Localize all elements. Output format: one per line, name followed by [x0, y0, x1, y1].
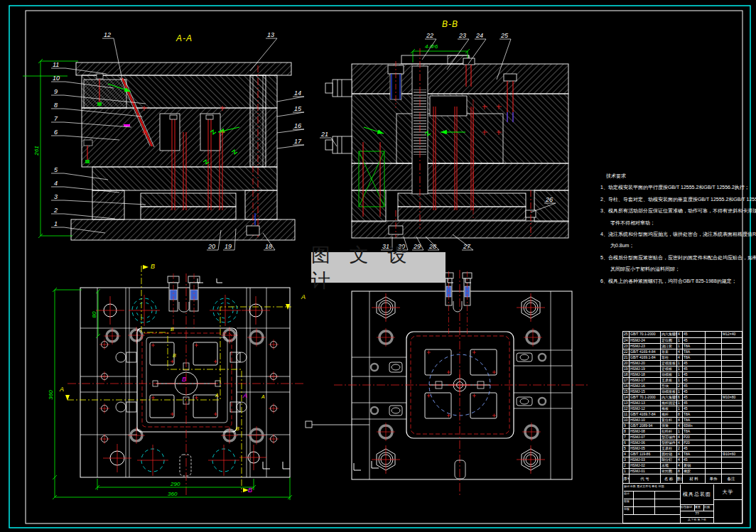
bom-cell: M10×80 — [722, 395, 740, 400]
bom-cell: 6 — [677, 395, 683, 400]
seal-mark — [124, 124, 130, 126]
title-block-cell — [655, 499, 681, 507]
bom-cell: 9 — [623, 423, 630, 428]
bom-cell — [706, 372, 722, 377]
bom-cell: 1 — [677, 401, 683, 406]
bom-cell: 11 — [623, 412, 630, 417]
bom-cell: 45 — [683, 457, 706, 462]
callout-9: 9 — [54, 88, 58, 95]
bom-cell — [706, 349, 722, 354]
bom-cell: 黄铜 — [683, 463, 706, 468]
bom-cell: 65Mn — [683, 423, 706, 428]
guide-holes — [104, 298, 262, 472]
sprue-pullers — [168, 273, 200, 330]
weight-label: 重量 — [695, 505, 704, 511]
bom-cell: HSMJ-06 — [630, 440, 661, 445]
dim-bb-top-text: 4-Φ6 — [425, 43, 438, 50]
bom-cell: 7 — [623, 435, 630, 440]
section-label-b: B — [173, 353, 176, 358]
bom-row: 5HSMJ-05支承柱245 — [623, 445, 742, 451]
bom-cell — [706, 401, 722, 406]
title-block-cell — [624, 515, 681, 523]
title-block-cell — [655, 507, 681, 515]
bom-cell — [706, 440, 722, 445]
bom-cell: 20 — [623, 361, 630, 366]
callout-13: 13 — [267, 31, 274, 38]
tech-note-line: 3、模具所有活动部分应保证位置准确，动作可靠，不得有歪斜和卡滞现象，要求固定的 — [600, 205, 744, 217]
technical-notes: 技术要求 1、动定模安装平面的平行度按GB/T 12555.2和GB/T 125… — [600, 170, 744, 287]
bom-cell: 4 — [623, 452, 630, 457]
bom-cell — [706, 338, 722, 343]
bom-cell — [706, 344, 722, 349]
bom-cell: HSMJ-24 — [630, 338, 661, 343]
bom-row: 14GB/T 70.1-2000内六角螺钉645M10×80 — [623, 394, 742, 400]
bom-cell — [706, 395, 722, 400]
stage-label: 阶段标记 — [681, 505, 695, 511]
bom-cell — [722, 344, 740, 349]
bom-row: 25GB/T 70.1-2000内六角螺钉445M12×40 — [623, 332, 742, 337]
bom-cell — [706, 446, 722, 451]
dim-plan-small-text: 80 — [91, 311, 97, 317]
bom-cell: 2 — [677, 446, 683, 451]
bom-cell: 定位圈 — [661, 338, 677, 343]
bom-cell — [706, 418, 722, 423]
bom-cell: 45 — [683, 401, 706, 406]
callout-5: 5 — [54, 166, 58, 173]
bom-cell — [706, 452, 722, 457]
bom-cell: 内六角螺钉 — [661, 395, 677, 400]
drawing-title: 模具总装图 — [681, 484, 714, 505]
section-label-b-bottom: B — [248, 487, 252, 494]
bom-cell: 导套 — [661, 349, 677, 354]
bom-cell: 型芯镶件 — [661, 435, 677, 440]
bom-cell — [722, 440, 740, 445]
fit-corner-marks — [263, 462, 290, 469]
bom-cell: 浇口套 — [661, 344, 677, 349]
bom-cell: 45 — [683, 367, 706, 371]
bom-cell — [722, 469, 740, 474]
callout-10: 10 — [53, 75, 60, 82]
bom-cell: 1 — [677, 389, 683, 394]
bom-cell: 复位杆 — [661, 418, 677, 423]
callout-18: 18 — [265, 243, 272, 250]
plan-left-centerlines — [96, 295, 270, 476]
tech-note-line: 其间隙应小于塑料的溢料间隙； — [600, 264, 744, 275]
callout-7: 7 — [54, 115, 58, 122]
bom-cell: 17 — [623, 378, 630, 383]
bom-cell: 水嘴 — [661, 463, 677, 468]
callout-4: 4 — [54, 180, 58, 187]
callout-15: 15 — [294, 105, 302, 112]
bom-cell — [706, 332, 722, 337]
bom-cell: 内六角螺钉 — [661, 332, 677, 337]
tech-note-line: 6、模具上的各种紧固螺钉孔，均符合GB/T 825-1988的规定； — [600, 276, 744, 287]
bom-cell: 45 — [683, 446, 706, 451]
bom-cell: Φ10×60 — [722, 452, 740, 457]
bom-row: 12HSMJ-12推板145 — [623, 406, 742, 411]
bom-cell: HSMJ-23 — [630, 344, 661, 349]
bom-cell: GB/T 70.1-2000 — [630, 395, 661, 400]
bom-cell: 4 — [677, 440, 683, 445]
bom-cell: 型腔镶件 — [661, 440, 677, 445]
section-label-b-center: B — [182, 376, 186, 383]
bom-cell — [722, 406, 740, 411]
callout-27: 27 — [463, 243, 471, 250]
bom-row: 20HSMJ-20定模座板145 — [623, 360, 742, 366]
bill-of-materials: 25GB/T 70.1-2000内六角螺钉445M12×4024HSMJ-24定… — [622, 331, 742, 484]
title-block: 标记 处数 更改文件号 签名 日期 设计 校核 审核 模具总装图 阶段标记 重量… — [622, 483, 742, 523]
bom-cell: 16 — [623, 384, 630, 389]
tech-note-line: 1、动定模安装平面的平行度按GB/T 12555.2和GB/T 12556.2执… — [600, 182, 744, 193]
callout-25: 25 — [500, 32, 509, 39]
bom-row: 16HSMJ-16垫块245 — [623, 383, 742, 389]
hex-nuts — [377, 297, 540, 470]
bom-cell: 10 — [623, 418, 630, 423]
bom-row: 17HSMJ-17支承板145 — [623, 377, 742, 383]
tech-note-line: 为0.8um； — [600, 240, 744, 251]
bom-cell — [722, 446, 740, 451]
bom-cell: 拉料杆 — [661, 429, 677, 434]
section-label-a-right: A — [301, 293, 306, 300]
bom-cell: 推板 — [661, 406, 677, 411]
section-label-a-mid: A — [242, 392, 247, 399]
bom-cell — [706, 412, 722, 417]
bom-cell: 密封圈 — [661, 469, 677, 474]
datum-leader — [306, 421, 369, 428]
bom-cell: 1 — [677, 367, 683, 371]
